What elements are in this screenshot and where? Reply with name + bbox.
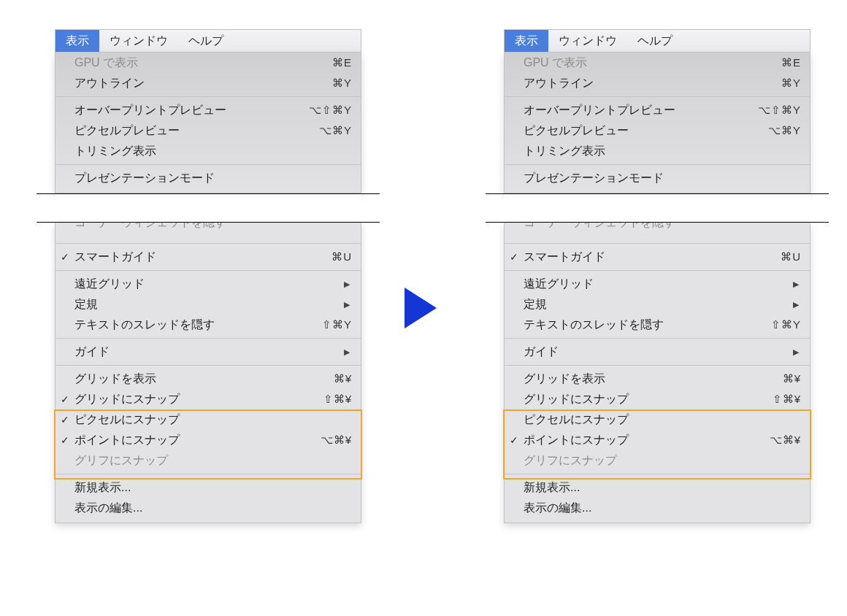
menu-item-trim-view[interactable]: トリミング表示 [55, 141, 361, 161]
label: 新規表示... [74, 480, 352, 496]
panel-before: 表示 ウィンドウ ヘルプ GPU で表示 ⌘E アウトライン ⌘Y オーバープリ… [55, 29, 361, 523]
menu-item-pixel-preview[interactable]: ピクセルプレビュー ⌥⌘Y [505, 120, 810, 141]
menu-item-edit-views[interactable]: 表示の編集... [55, 498, 361, 518]
panel-after: 表示 ウィンドウ ヘルプ GPU で表示 ⌘E アウトライン ⌘Y オーバープリ… [504, 29, 810, 523]
shortcut: ⇧⌘¥ [323, 393, 352, 406]
check-icon: ✓ [505, 251, 524, 263]
menu-item-edit-views[interactable]: 表示の編集... [505, 498, 810, 518]
menu-window[interactable]: ウィンドウ [99, 30, 178, 52]
menu-item-perspective-grid[interactable]: 遠近グリッド ▶ [505, 274, 810, 294]
menu-item-perspective-grid[interactable]: 遠近グリッド ▶ [55, 274, 361, 294]
separator [55, 270, 361, 271]
menu-item-snap-to-point[interactable]: ✓ ポイントにスナップ ⌥⌘¥ [505, 430, 810, 450]
label: コーナーウィジェットを隠す [524, 223, 675, 231]
menu-item-hide-text-threads[interactable]: テキストのスレッドを隠す ⇧⌘Y [505, 315, 810, 335]
check-icon: ✓ [505, 434, 524, 446]
label: ポイントにスナップ [74, 433, 321, 448]
view-menu-bottom: コーナーウィジェットを隠す ✓ スマートガイド ⌘U 遠近グリッド ▶ 定規 ▶ [55, 223, 361, 523]
menu-item-smart-guides[interactable]: ✓ スマートガイド ⌘U [55, 247, 361, 267]
check-icon: ✓ [55, 251, 74, 263]
menu-item-gpu-preview[interactable]: GPU で表示 ⌘E [505, 53, 810, 73]
menu-item-overprint[interactable]: オーバープリントプレビュー ⌥⇧⌘Y [505, 100, 810, 120]
separator [505, 243, 810, 244]
menu-item-pixel-preview[interactable]: ピクセルプレビュー ⌥⌘Y [55, 120, 361, 141]
menu-item-rulers[interactable]: 定規 ▶ [55, 294, 361, 315]
menu-item-snap-to-grid[interactable]: グリッドにスナップ ⇧⌘¥ [505, 389, 810, 409]
menu-item-new-view[interactable]: 新規表示... [55, 477, 361, 498]
menu-item-presentation[interactable]: プレゼンテーションモード [505, 168, 810, 188]
menu-help[interactable]: ヘルプ [627, 30, 683, 52]
label: グリッドを表示 [74, 371, 334, 387]
menu-item-gpu-preview[interactable]: GPU で表示 ⌘E [55, 53, 361, 73]
label: 新規表示... [524, 480, 801, 496]
shortcut: ⌘¥ [334, 372, 352, 385]
shortcut: ⌘U [781, 250, 801, 263]
shortcut: ⌘Y [332, 77, 352, 90]
shortcut: ⌥⇧⌘Y [758, 104, 801, 117]
label: スマートガイド [74, 250, 331, 265]
menu-view[interactable]: 表示 [505, 30, 548, 52]
shortcut: ⌥⌘Y [768, 124, 801, 137]
separator [55, 164, 361, 165]
separator [505, 474, 810, 474]
label: オーバープリントプレビュー [524, 103, 758, 118]
label: オーバープリントプレビュー [74, 103, 309, 118]
menu-omission-gap [504, 193, 810, 223]
separator [505, 365, 810, 366]
menu-item-hide-text-threads[interactable]: テキストのスレッドを隠す ⇧⌘Y [55, 315, 361, 335]
label: ガイド [74, 344, 339, 360]
menu-item-presentation[interactable]: プレゼンテーションモード [55, 168, 361, 188]
menu-item-snap-to-glyph[interactable]: グリフにスナップ [505, 450, 810, 471]
label: 遠近グリッド [74, 277, 339, 292]
menu-help[interactable]: ヘルプ [178, 30, 234, 52]
label: ピクセルプレビュー [524, 123, 768, 139]
menu-item-show-grid[interactable]: グリッドを表示 ⌘¥ [505, 369, 810, 389]
label: グリッドを表示 [524, 371, 783, 387]
menu-item-snap-to-glyph[interactable]: グリフにスナップ [55, 450, 361, 471]
menu-item-snap-to-pixel[interactable]: ✓ ピクセルにスナップ [55, 409, 361, 430]
separator [505, 338, 810, 339]
label: ピクセルプレビュー [74, 123, 319, 139]
menu-view[interactable]: 表示 [55, 30, 99, 52]
menubar: 表示 ウィンドウ ヘルプ [504, 29, 810, 53]
menu-item-snap-to-point[interactable]: ✓ ポイントにスナップ ⌥⌘¥ [55, 430, 361, 450]
shortcut: ⇧⌘Y [322, 318, 352, 331]
menu-item-outline[interactable]: アウトライン ⌘Y [55, 73, 361, 93]
view-menu-top: GPU で表示 ⌘E アウトライン ⌘Y オーバープリントプレビュー ⌥⇧⌘Y … [504, 53, 810, 193]
label: 定規 [524, 297, 788, 312]
menubar: 表示 ウィンドウ ヘルプ [55, 29, 361, 53]
check-icon: ✓ [55, 393, 74, 405]
menu-item-guides[interactable]: ガイド ▶ [55, 342, 361, 362]
label: スマートガイド [524, 250, 781, 265]
menu-item-new-view[interactable]: 新規表示... [505, 477, 810, 498]
menu-item-outline[interactable]: アウトライン ⌘Y [505, 73, 810, 93]
separator [505, 96, 810, 97]
menu-item-guides[interactable]: ガイド ▶ [505, 342, 810, 362]
submenu-arrow-icon: ▶ [342, 347, 352, 357]
shortcut: ⌥⌘¥ [321, 434, 352, 447]
comparison-stage: 表示 ウィンドウ ヘルプ GPU で表示 ⌘E アウトライン ⌘Y オーバープリ… [0, 0, 847, 616]
shortcut: ⌘U [331, 250, 352, 263]
label: 表示の編集... [74, 501, 352, 516]
menu-item-smart-guides[interactable]: ✓ スマートガイド ⌘U [505, 247, 810, 267]
label: テキストのスレッドを隠す [524, 317, 771, 333]
menu-item-snap-to-pixel[interactable]: ピクセルにスナップ [505, 409, 810, 430]
separator [55, 474, 361, 474]
separator [505, 270, 810, 271]
separator [55, 338, 361, 339]
menu-item-show-grid[interactable]: グリッドを表示 ⌘¥ [55, 369, 361, 389]
label: ピクセルにスナップ [74, 412, 352, 428]
label: グリフにスナップ [74, 453, 352, 469]
menu-item-rulers[interactable]: 定規 ▶ [505, 294, 810, 315]
label: コーナーウィジェットを隠す [74, 223, 226, 231]
menu-item-overprint[interactable]: オーバープリントプレビュー ⌥⇧⌘Y [55, 100, 361, 120]
menu-item-snap-to-grid[interactable]: ✓ グリッドにスナップ ⇧⌘¥ [55, 389, 361, 409]
shortcut: ⌘¥ [783, 372, 801, 385]
label: GPU で表示 [74, 55, 332, 71]
label: プレゼンテーションモード [524, 171, 801, 186]
label: トリミング表示 [524, 144, 801, 159]
menu-item-trim-view[interactable]: トリミング表示 [505, 141, 810, 161]
menu-item-corner-widget-cut: コーナーウィジェットを隠す [505, 223, 810, 240]
label: トリミング表示 [74, 144, 352, 159]
menu-window[interactable]: ウィンドウ [548, 30, 627, 52]
